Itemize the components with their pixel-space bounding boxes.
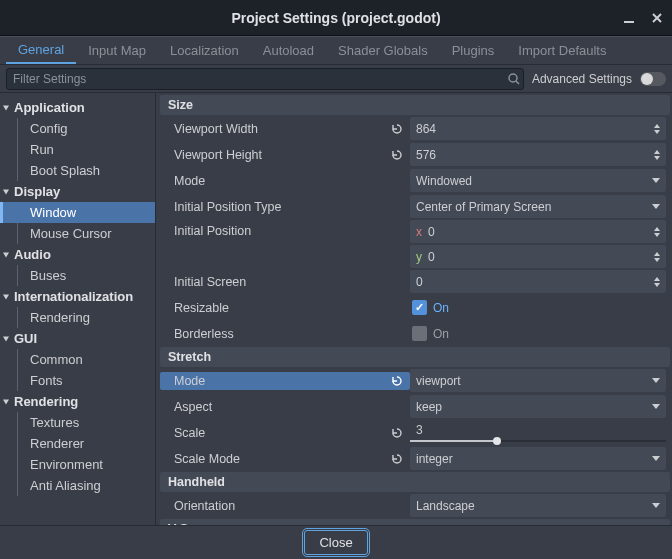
sidebar-item-textures[interactable]: Textures (0, 412, 155, 433)
close-window-button[interactable] (650, 11, 664, 25)
sidebar-item-renderer[interactable]: Renderer (0, 433, 155, 454)
tab-plugins[interactable]: Plugins (440, 37, 507, 64)
sidebar-item-config[interactable]: Config (0, 118, 155, 139)
sidebar-cat-application[interactable]: Application (0, 97, 155, 118)
window-title: Project Settings (project.godot) (231, 10, 440, 26)
sidebar-cat-rendering[interactable]: Rendering (0, 391, 155, 412)
revert-icon[interactable] (388, 424, 406, 442)
revert-icon[interactable] (388, 372, 406, 390)
sidebar-item-run[interactable]: Run (0, 139, 155, 160)
content[interactable]: Size Viewport Width 864 Viewport Height … (156, 93, 672, 525)
section-handheld: Handheld (160, 472, 670, 492)
sidebar-item-buses[interactable]: Buses (0, 265, 155, 286)
sidebar-item-boot-splash[interactable]: Boot Splash (0, 160, 155, 181)
tab-import-defaults[interactable]: Import Defaults (506, 37, 618, 64)
tabs: General Input Map Localization Autoload … (0, 37, 672, 65)
init-screen-field[interactable]: 0 (410, 270, 666, 293)
prop-label-viewport-width: Viewport Width (160, 120, 410, 138)
search-wrap (6, 68, 524, 90)
sidebar-item-fonts[interactable]: Fonts (0, 370, 155, 391)
prop-label-init-screen: Initial Screen (160, 275, 410, 289)
sidebar-item-anti-aliasing[interactable]: Anti Aliasing (0, 475, 155, 496)
minimize-icon (622, 11, 636, 25)
viewport-width-field[interactable]: 864 (410, 117, 666, 140)
advanced-settings-toggle[interactable] (640, 72, 666, 86)
sidebar-cat-internationalization[interactable]: Internationalization (0, 286, 155, 307)
chevron-down-icon (652, 404, 660, 409)
close-icon (650, 11, 664, 25)
sidebar-cat-gui[interactable]: GUI (0, 328, 155, 349)
tab-autoload[interactable]: Autoload (251, 37, 326, 64)
sidebar-item-common[interactable]: Common (0, 349, 155, 370)
section-stretch: Stretch (160, 347, 670, 367)
filter-input[interactable] (7, 72, 505, 86)
init-pos-type-select[interactable]: Center of Primary Screen (410, 195, 666, 218)
prop-label-resizable: Resizable (160, 301, 410, 315)
prop-label-aspect: Aspect (160, 400, 410, 414)
sidebar-item-environment[interactable]: Environment (0, 454, 155, 475)
prop-label-init-pos: Initial Position (160, 220, 410, 238)
orientation-select[interactable]: Landscape (410, 494, 666, 517)
borderless-checkbox[interactable] (412, 326, 427, 341)
revert-icon[interactable] (388, 146, 406, 164)
spinner-icon[interactable] (654, 227, 660, 237)
prop-label-scale-mode: Scale Mode (160, 450, 410, 468)
spinner-icon[interactable] (654, 150, 660, 160)
stretch-mode-select[interactable]: viewport (410, 369, 666, 392)
tab-shader-globals[interactable]: Shader Globals (326, 37, 440, 64)
chevron-down-icon (652, 178, 660, 183)
svg-line-4 (516, 81, 519, 84)
sidebar-item-window[interactable]: Window (0, 202, 155, 223)
scale-slider[interactable]: 3 (410, 423, 666, 442)
init-pos-x-field[interactable]: x0 (410, 220, 666, 243)
viewport-height-field[interactable]: 576 (410, 143, 666, 166)
prop-label-viewport-height: Viewport Height (160, 146, 410, 164)
sidebar-item-i18n-rendering[interactable]: Rendering (0, 307, 155, 328)
svg-point-3 (509, 74, 517, 82)
spinner-icon[interactable] (654, 124, 660, 134)
search-icon (505, 72, 523, 86)
mode-select[interactable]: Windowed (410, 169, 666, 192)
sidebar-item-mouse-cursor[interactable]: Mouse Cursor (0, 223, 155, 244)
prop-label-stretch-mode: Mode (160, 372, 410, 390)
revert-icon[interactable] (388, 120, 406, 138)
prop-label-borderless: Borderless (160, 327, 410, 341)
revert-icon[interactable] (388, 450, 406, 468)
scale-mode-select[interactable]: integer (410, 447, 666, 470)
chevron-down-icon (652, 204, 660, 209)
tab-input-map[interactable]: Input Map (76, 37, 158, 64)
footer: Close (0, 525, 672, 559)
sidebar-cat-display[interactable]: Display (0, 181, 155, 202)
spinner-icon[interactable] (654, 277, 660, 287)
tab-localization[interactable]: Localization (158, 37, 251, 64)
tab-general[interactable]: General (6, 37, 76, 64)
prop-label-init-pos-type: Initial Position Type (160, 200, 410, 214)
close-button[interactable]: Close (304, 530, 367, 555)
sidebar[interactable]: Application Config Run Boot Splash Displ… (0, 93, 156, 525)
prop-label-scale: Scale (160, 424, 410, 442)
spinner-icon[interactable] (654, 252, 660, 262)
minimize-button[interactable] (622, 11, 636, 25)
chevron-down-icon (652, 503, 660, 508)
filter-row: Advanced Settings (0, 65, 672, 93)
chevron-down-icon (652, 456, 660, 461)
prop-label-orientation: Orientation (160, 499, 410, 513)
resizable-checkbox[interactable] (412, 300, 427, 315)
section-size: Size (160, 95, 670, 115)
aspect-select[interactable]: keep (410, 395, 666, 418)
title-bar: Project Settings (project.godot) (0, 0, 672, 36)
sidebar-cat-audio[interactable]: Audio (0, 244, 155, 265)
prop-label-mode: Mode (160, 174, 410, 188)
advanced-settings-label: Advanced Settings (532, 72, 632, 86)
chevron-down-icon (652, 378, 660, 383)
init-pos-y-field[interactable]: y0 (410, 245, 666, 268)
